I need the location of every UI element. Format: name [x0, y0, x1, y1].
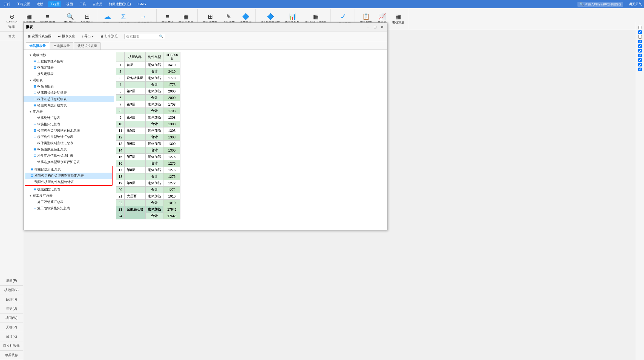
cell-floor	[125, 187, 146, 193]
cell-no: 9	[116, 114, 125, 121]
btn-reverse[interactable]: ↩ 报表反查	[56, 33, 77, 40]
report-window: 报表 ─ □ ✕ ⊞ 设置报表范围 ↩ 报表反查 ↑ 导出 ▾ 🖨 打印预览 🔍	[23, 22, 387, 230]
tree-item-comp-class-stat[interactable]: ☰ 构件汇总信息分类统计表	[24, 153, 114, 159]
search-icon: 🔍	[159, 34, 163, 38]
tree-item-floor-type-stat[interactable]: ☰ 楼层构件类型统计汇总表	[24, 134, 114, 140]
tree-item-rebar-stat[interactable]: ☰ 钢筋统计汇总表	[24, 115, 114, 121]
tree-item-mech-anchor[interactable]: ☰ 机械锚固汇总表	[24, 186, 114, 193]
cell-value: 2000	[163, 95, 180, 101]
table-row: 6合计2000	[116, 95, 180, 101]
tab-rebar-report[interactable]: 钢筋报表量	[26, 42, 49, 50]
win-maximize[interactable]: □	[372, 24, 378, 30]
tree-item-rebar-detail[interactable]: ☰ 钢筋明细表	[24, 83, 114, 90]
tab-prefab-report[interactable]: 装配式报表量	[74, 42, 101, 50]
tree-item-grade-diam[interactable]: ☰ 钢筋级别直径汇总表	[24, 146, 114, 153]
btn-table-calc[interactable]: ▦ 表格算量	[390, 13, 406, 26]
col-hpb300: HPB3006	[163, 52, 180, 62]
sidebar-floor[interactable]: 楼地面(V)	[0, 286, 23, 295]
table-row: 20合计1272	[116, 187, 180, 193]
top-search[interactable]: 🔍 请输入功能名称或问题描述	[577, 2, 623, 7]
menu-kaishi[interactable]: 开始	[2, 1, 12, 7]
search-input[interactable]	[126, 34, 159, 38]
tree-item-component-summary-label: 构件汇总信息明细表	[37, 97, 67, 101]
btn-export[interactable]: ↑ 导出 ▾	[79, 33, 96, 40]
btn-set-range[interactable]: ⊞ 设置报表范围	[26, 33, 54, 40]
sidebar-wallskirt[interactable]: 墙裙(U)	[0, 304, 23, 313]
search-box[interactable]: 🔍	[124, 34, 165, 39]
menu-xietong[interactable]: 协同建模(预览)	[107, 1, 133, 7]
cb-3[interactable]	[638, 35, 642, 39]
cb-5[interactable]	[638, 44, 642, 48]
win-close[interactable]: ✕	[380, 24, 385, 30]
sidebar-room[interactable]: 房间(F)	[0, 276, 23, 286]
menu-gongchengliang[interactable]: 工程量	[48, 1, 61, 7]
cell-floor: 第6层	[125, 141, 146, 147]
tree-item-rebar-joint[interactable]: ☰ 钢筋接头汇总表	[24, 121, 114, 127]
win-minimize[interactable]: ─	[365, 24, 371, 30]
cb-8[interactable]	[638, 58, 642, 62]
tree-section-detail[interactable]: ▼ 明细表	[24, 77, 114, 83]
tree-item-seg-rebar[interactable]: ☰ 施工段钢筋汇总表	[24, 199, 114, 205]
tree-item-rebar-quota[interactable]: ☰ 钢筋定额表	[24, 65, 114, 71]
tab-civil-report[interactable]: 土建报表量	[50, 42, 73, 50]
sidebar-baseboard[interactable]: 踢脚(S)	[0, 295, 23, 304]
cell-type: 合计	[146, 213, 163, 219]
menu-jianmo[interactable]: 建模	[35, 1, 45, 7]
cb-4[interactable]	[638, 40, 642, 43]
cell-type: 砌体加筋	[146, 167, 163, 173]
tree-item-type-diam[interactable]: ☰ 构件类型级别直径汇总表	[24, 140, 114, 146]
sidebar-select[interactable]: 选择	[0, 22, 23, 32]
multi-area-icon: ▦	[313, 14, 319, 20]
cb-1[interactable]	[638, 26, 642, 29]
sidebar-dropceil[interactable]: 吊顶(K)	[0, 332, 23, 341]
cell-value: 3410	[163, 68, 180, 75]
tree-item-mech-anchor-label: 机械锚固汇总表	[37, 187, 60, 192]
tree-item-floor-check[interactable]: ☰ 楼层构件统计校对表	[24, 102, 114, 109]
cb-6[interactable]	[638, 49, 642, 53]
cell-floor	[125, 95, 146, 101]
sidebar-ceiling[interactable]: 天棚(P)	[0, 323, 23, 332]
edit-rebar-icon: ✎	[226, 14, 231, 20]
cell-value: 17646	[163, 206, 180, 213]
menu-gongchengshezhi[interactable]: 工程设置	[15, 1, 32, 7]
tree-item-plant-floor-type[interactable]: ☰ 植筋楼层构件类型级别直径汇总表	[25, 173, 112, 179]
sidebar-modify[interactable]: 修改	[0, 32, 23, 41]
menu-igms[interactable]: IGMS	[136, 2, 148, 7]
cb-7[interactable]	[638, 54, 642, 57]
tree-item-joint-quota[interactable]: ☰ 接头定额表	[24, 71, 114, 77]
tree-item-floor-type-diam[interactable]: ☰ 楼层构件类型级别直径汇总表	[24, 127, 114, 134]
table-row: 10合计1308	[116, 121, 180, 127]
cell-floor: 首层	[125, 62, 146, 68]
tree-item-tech-econ[interactable]: ☰ 工程技术经济指标	[24, 58, 114, 65]
sidebar-col-decor[interactable]: 独立柱装修	[0, 341, 23, 351]
cb-9[interactable]	[638, 63, 642, 66]
attr-select-icon: ≡	[46, 14, 49, 20]
menu-shitu[interactable]: 视图	[65, 1, 74, 7]
cell-no: 2	[116, 68, 125, 75]
tree-section-summary[interactable]: ▼ 汇总表	[24, 109, 114, 115]
cell-floor: 第9层	[125, 180, 146, 187]
table-row: 3设备转换层砌体加筋1778	[116, 75, 180, 82]
tree-item-embed-floor-type[interactable]: ☰ 预埋件楼层构件类型统计表	[25, 179, 112, 185]
tree-item-seg-joint[interactable]: ☰ 施工段钢筋接头汇总表	[24, 205, 114, 211]
btn-print-preview[interactable]: 🖨 打印预览	[98, 33, 120, 40]
tree-item-conn-type-diam[interactable]: ☰ 钢筋连接类型级别直径汇总表	[24, 159, 114, 165]
tree-section-quota[interactable]: ▼ 定额指标	[24, 52, 114, 58]
tree-section-construction[interactable]: ▼ 施工段汇总表	[24, 193, 114, 199]
cb-2[interactable]	[638, 30, 642, 34]
cell-no: 15	[116, 154, 125, 160]
cell-floor: 第5层	[125, 127, 146, 134]
sidebar-beam-decor[interactable]: 单梁装修	[0, 351, 23, 360]
tree-item-rebar-shape[interactable]: ☰ 钢筋形状统计明细表	[24, 90, 114, 96]
cb-10[interactable]	[638, 68, 642, 71]
table-row: 24合计17646	[116, 213, 180, 219]
tree-item-component-summary[interactable]: ☰ 构件汇总信息明细表	[24, 96, 114, 102]
tree-section-detail-label: 明细表	[33, 78, 43, 83]
sidebar-wallface[interactable]: 墙面(W)	[0, 313, 23, 323]
batch-select-icon: ▦	[26, 14, 32, 20]
table-row: 22合计1010	[116, 200, 180, 206]
menu-yunyingyong[interactable]: 云应用	[91, 1, 104, 7]
tree-item-measure-stat[interactable]: ☰ 措施筋统计汇总表	[25, 166, 112, 173]
menu-gongju[interactable]: 工具	[78, 1, 88, 7]
cell-type: 砌体加筋	[146, 114, 163, 121]
